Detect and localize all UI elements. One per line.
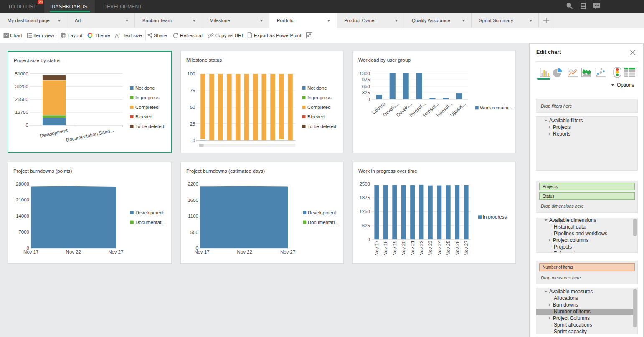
svg-text:Work remaini...: Work remaini... [480, 105, 512, 110]
svg-text:650: 650 [362, 84, 370, 89]
svg-text:0: 0 [25, 123, 28, 128]
svg-text:38250: 38250 [15, 84, 28, 89]
svg-text:7000: 7000 [18, 229, 29, 234]
svg-text:Nov 19: Nov 19 [392, 241, 397, 256]
svg-text:Nov 22: Nov 22 [237, 249, 252, 254]
svg-text:75: 75 [190, 88, 195, 93]
svg-text:Nov 22: Nov 22 [419, 241, 424, 256]
svg-text:325: 325 [362, 90, 370, 95]
svg-text:In progress: In progress [307, 95, 332, 100]
svg-text:Nov 23: Nov 23 [428, 241, 433, 256]
svg-text:Nov 25: Nov 25 [446, 241, 451, 256]
svg-text:Not done: Not done [307, 86, 327, 91]
svg-text:14000: 14000 [16, 214, 29, 219]
svg-text:Nov 27: Nov 27 [280, 249, 295, 254]
svg-text:Completed: Completed [307, 105, 331, 110]
svg-text:0: 0 [193, 138, 195, 143]
svg-text:25: 25 [190, 121, 195, 126]
svg-text:975: 975 [362, 77, 370, 82]
svg-text:To be deleted: To be deleted [135, 124, 164, 129]
svg-text:2500: 2500 [359, 181, 370, 186]
svg-text:Nov 17: Nov 17 [374, 241, 379, 256]
svg-text:Development: Development [135, 210, 164, 215]
svg-text:21000: 21000 [16, 197, 29, 202]
svg-text:+: + [119, 33, 121, 36]
svg-text:Nov 17: Nov 17 [23, 249, 38, 254]
svg-text:Development: Development [39, 128, 68, 138]
svg-text:Nov 27: Nov 27 [464, 241, 469, 256]
svg-text:Documentation Sand...: Documentation Sand... [66, 128, 114, 143]
svg-text:1300: 1300 [359, 71, 370, 76]
svg-text:2200: 2200 [188, 181, 198, 186]
svg-text:Documentati...: Documentati... [135, 220, 166, 225]
svg-text:50: 50 [190, 105, 195, 110]
svg-text:Nov 18: Nov 18 [383, 241, 388, 256]
svg-text:Development: Development [308, 210, 337, 215]
svg-text:Nov 20: Nov 20 [401, 241, 406, 256]
svg-text:Not done: Not done [135, 86, 155, 91]
svg-text:Nov 24: Nov 24 [437, 240, 442, 256]
svg-text:625: 625 [362, 223, 370, 228]
svg-text:Nov 26: Nov 26 [455, 241, 460, 256]
svg-text:Blocked: Blocked [307, 114, 325, 119]
svg-text:Nov 17: Nov 17 [194, 249, 209, 254]
svg-text:1100: 1100 [188, 214, 198, 219]
svg-text:12750: 12750 [15, 110, 28, 115]
svg-text:25500: 25500 [15, 97, 28, 102]
svg-text:1250: 1250 [359, 209, 370, 214]
svg-text:In progress: In progress [135, 95, 160, 100]
svg-text:28000: 28000 [16, 181, 29, 186]
svg-text:To be deleted: To be deleted [307, 124, 336, 129]
svg-text:1650: 1650 [188, 198, 198, 203]
svg-text:0: 0 [368, 237, 370, 242]
svg-text:Documentati...: Documentati... [308, 220, 339, 225]
svg-text:A: A [115, 33, 119, 38]
svg-text:0: 0 [368, 97, 370, 102]
svg-text:In progress: In progress [483, 214, 507, 219]
svg-text:550: 550 [190, 230, 198, 235]
svg-text:Nov 21: Nov 21 [410, 241, 415, 256]
svg-text:1875: 1875 [359, 195, 370, 200]
svg-text:Nov 22: Nov 22 [66, 249, 81, 254]
svg-text:Nov 27: Nov 27 [108, 249, 123, 254]
svg-text:51000: 51000 [15, 71, 28, 76]
svg-text:Blocked: Blocked [135, 114, 152, 119]
svg-text:100: 100 [187, 71, 195, 76]
svg-text:Completed: Completed [135, 105, 159, 110]
